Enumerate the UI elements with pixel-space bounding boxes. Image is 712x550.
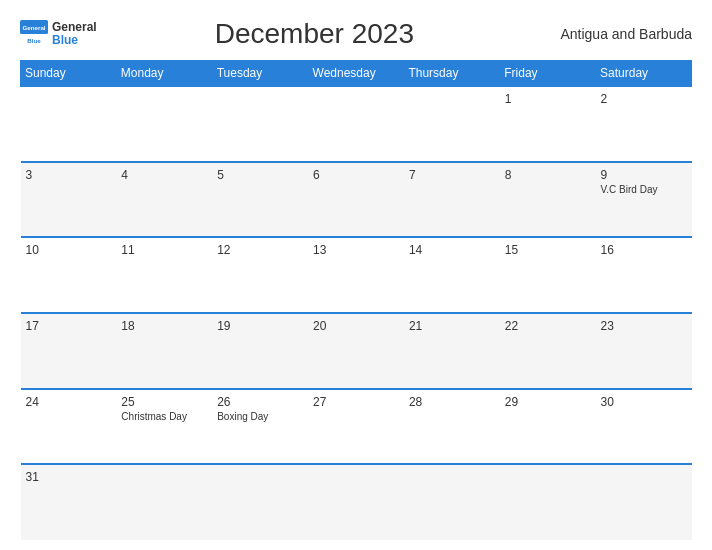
day-number: 21: [409, 319, 495, 333]
weekday-header-cell: Friday: [500, 61, 596, 87]
calendar-day-cell: 24: [21, 389, 117, 465]
calendar-day-cell: [116, 464, 212, 540]
day-number: 23: [601, 319, 687, 333]
calendar-day-cell: 29: [500, 389, 596, 465]
weekday-header-cell: Tuesday: [212, 61, 308, 87]
event-name: V.C Bird Day: [601, 184, 687, 195]
calendar-day-cell: 22: [500, 313, 596, 389]
calendar-week-row: 17181920212223: [21, 313, 692, 389]
day-number: 2: [601, 92, 687, 106]
calendar-day-cell: 7: [404, 162, 500, 238]
calendar-header: General Blue General Blue December 2023 …: [20, 18, 692, 50]
day-number: 6: [313, 168, 399, 182]
calendar-day-cell: [308, 464, 404, 540]
calendar-day-cell: [116, 86, 212, 162]
weekday-header-cell: Thursday: [404, 61, 500, 87]
calendar-day-cell: 27: [308, 389, 404, 465]
calendar-day-cell: 9V.C Bird Day: [596, 162, 692, 238]
calendar-day-cell: 30: [596, 389, 692, 465]
calendar-week-row: 3456789V.C Bird Day: [21, 162, 692, 238]
calendar-title: December 2023: [97, 18, 532, 50]
day-number: 9: [601, 168, 687, 182]
day-number: 27: [313, 395, 399, 409]
country-name: Antigua and Barbuda: [532, 26, 692, 42]
day-number: 3: [26, 168, 112, 182]
day-number: 24: [26, 395, 112, 409]
calendar-day-cell: 21: [404, 313, 500, 389]
weekday-header-cell: Saturday: [596, 61, 692, 87]
day-number: 30: [601, 395, 687, 409]
calendar-day-cell: 6: [308, 162, 404, 238]
day-number: 7: [409, 168, 495, 182]
calendar-day-cell: 19: [212, 313, 308, 389]
calendar-day-cell: 23: [596, 313, 692, 389]
calendar-table: SundayMondayTuesdayWednesdayThursdayFrid…: [20, 60, 692, 540]
logo-blue: Blue: [52, 34, 97, 47]
svg-text:Blue: Blue: [27, 37, 41, 44]
calendar-day-cell: 18: [116, 313, 212, 389]
calendar-day-cell: [404, 86, 500, 162]
calendar-day-cell: [212, 86, 308, 162]
event-name: Christmas Day: [121, 411, 207, 422]
calendar-day-cell: 10: [21, 237, 117, 313]
day-number: 31: [26, 470, 112, 484]
calendar-day-cell: 25Christmas Day: [116, 389, 212, 465]
day-number: 26: [217, 395, 303, 409]
day-number: 19: [217, 319, 303, 333]
day-number: 4: [121, 168, 207, 182]
day-number: 29: [505, 395, 591, 409]
calendar-day-cell: 20: [308, 313, 404, 389]
day-number: 15: [505, 243, 591, 257]
calendar-day-cell: 4: [116, 162, 212, 238]
calendar-day-cell: 26Boxing Day: [212, 389, 308, 465]
calendar-day-cell: [21, 86, 117, 162]
svg-text:General: General: [22, 24, 45, 31]
calendar-day-cell: 8: [500, 162, 596, 238]
day-number: 16: [601, 243, 687, 257]
logo: General Blue General Blue: [20, 20, 97, 48]
calendar-day-cell: 14: [404, 237, 500, 313]
day-number: 25: [121, 395, 207, 409]
calendar-day-cell: 17: [21, 313, 117, 389]
calendar-day-cell: 12: [212, 237, 308, 313]
day-number: 20: [313, 319, 399, 333]
weekday-header-cell: Monday: [116, 61, 212, 87]
calendar-day-cell: 5: [212, 162, 308, 238]
day-number: 11: [121, 243, 207, 257]
day-number: 8: [505, 168, 591, 182]
calendar-week-row: 31: [21, 464, 692, 540]
day-number: 17: [26, 319, 112, 333]
calendar-day-cell: 31: [21, 464, 117, 540]
calendar-day-cell: [500, 464, 596, 540]
weekday-header-row: SundayMondayTuesdayWednesdayThursdayFrid…: [21, 61, 692, 87]
calendar-day-cell: 16: [596, 237, 692, 313]
calendar-day-cell: 11: [116, 237, 212, 313]
calendar-day-cell: 28: [404, 389, 500, 465]
calendar-week-row: 12: [21, 86, 692, 162]
day-number: 22: [505, 319, 591, 333]
weekday-header-cell: Sunday: [21, 61, 117, 87]
calendar-day-cell: 13: [308, 237, 404, 313]
calendar-day-cell: [308, 86, 404, 162]
day-number: 18: [121, 319, 207, 333]
day-number: 28: [409, 395, 495, 409]
day-number: 1: [505, 92, 591, 106]
calendar-day-cell: 15: [500, 237, 596, 313]
day-number: 13: [313, 243, 399, 257]
calendar-day-cell: [404, 464, 500, 540]
logo-icon: General Blue: [20, 20, 48, 48]
day-number: 10: [26, 243, 112, 257]
calendar-week-row: 10111213141516: [21, 237, 692, 313]
calendar-day-cell: [596, 464, 692, 540]
event-name: Boxing Day: [217, 411, 303, 422]
calendar-day-cell: [212, 464, 308, 540]
calendar-week-row: 2425Christmas Day26Boxing Day27282930: [21, 389, 692, 465]
calendar-day-cell: 1: [500, 86, 596, 162]
weekday-header-cell: Wednesday: [308, 61, 404, 87]
calendar-day-cell: 2: [596, 86, 692, 162]
day-number: 12: [217, 243, 303, 257]
day-number: 5: [217, 168, 303, 182]
calendar-day-cell: 3: [21, 162, 117, 238]
day-number: 14: [409, 243, 495, 257]
